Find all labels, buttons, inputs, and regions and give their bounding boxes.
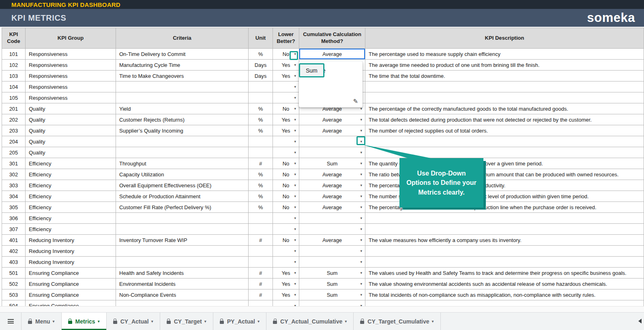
dropdown-arrow-icon[interactable]: ▾ (294, 227, 296, 231)
cell-criteria[interactable]: Capacity Utilization (116, 169, 249, 180)
cell-unit[interactable] (249, 257, 273, 268)
cell-kpi-group[interactable]: Efficiency (26, 158, 116, 169)
cell-unit[interactable] (249, 81, 273, 92)
cell-kpi-code[interactable]: 102 (2, 60, 26, 71)
cell-kpi-description[interactable] (365, 81, 644, 92)
cell-kpi-group[interactable]: Efficiency (26, 202, 116, 213)
cell-lower-better[interactable]: Yes▾ (273, 268, 299, 279)
cell-unit[interactable]: % (249, 202, 273, 213)
horizontal-scrollbar[interactable] (0, 306, 644, 312)
cell-lower-better[interactable]: ▾ (273, 92, 299, 103)
cell-unit[interactable]: Days (249, 71, 273, 81)
column-header-criteria[interactable]: Criteria (116, 28, 249, 49)
cell-lower-better[interactable]: ▾ (273, 147, 299, 158)
dropdown-arrow-icon[interactable]: ▾ (294, 216, 296, 220)
dropdown-arrow-icon[interactable]: ▾ (294, 162, 296, 165)
cell-cumulative-method[interactable]: Average▾ (299, 180, 365, 191)
cell-unit[interactable] (249, 224, 273, 235)
cell-kpi-code[interactable]: 504 (2, 300, 26, 306)
tab-scroll-left-icon[interactable] (638, 319, 642, 324)
sheet-tab-cy-actual-cumulative[interactable]: CY_Actual_Cumulative▾ (266, 313, 354, 330)
cell-kpi-code[interactable]: 503 (2, 289, 26, 300)
cell-criteria[interactable] (116, 246, 249, 257)
dropdown-arrow-icon[interactable]: ▾ (360, 173, 362, 176)
cell-criteria[interactable] (116, 213, 249, 224)
cell-lower-better[interactable]: Yes▾ (273, 114, 299, 125)
cell-kpi-group[interactable]: Ensuring Compliance (26, 268, 116, 279)
dropdown-arrow-icon[interactable]: ▾ (294, 140, 296, 144)
cell-cumulative-method[interactable]: Average▾ (299, 191, 365, 202)
column-header-lower-better[interactable]: Lower Better? (273, 28, 299, 49)
sheet-tab-cy-actual[interactable]: CY_Actual▾ (107, 313, 160, 330)
dropdown-arrow-icon[interactable]: ▾ (294, 63, 296, 67)
cell-kpi-description[interactable]: The number of rejected supplies out of t… (365, 125, 644, 136)
cell-cumulative-method[interactable]: ▾ (299, 213, 365, 224)
cell-kpi-group[interactable]: Efficiency (26, 180, 116, 191)
cell-cumulative-method[interactable]: ▾ (299, 246, 365, 257)
cell-criteria[interactable]: Inventory Turnover Rate WIP (116, 235, 249, 246)
cell-unit[interactable]: # (249, 289, 273, 300)
cell-kpi-group[interactable]: Reducing Inventory (26, 257, 116, 268)
cell-unit[interactable]: % (249, 180, 273, 191)
column-header-kpi-code[interactable]: KPI Code (2, 28, 26, 49)
cell-kpi-code[interactable]: 305 (2, 202, 26, 213)
cell-cumulative-method[interactable]: Sum▾ (299, 289, 365, 300)
cell-kpi-description[interactable] (365, 213, 644, 224)
cell-unit[interactable]: # (249, 268, 273, 279)
column-header-kpi-description[interactable]: KPI Description (365, 28, 644, 49)
all-sheets-button[interactable] (0, 313, 21, 330)
cell-lower-better[interactable]: ▾ (273, 136, 299, 147)
cell-kpi-description[interactable] (365, 224, 644, 235)
dropdown-arrow-icon[interactable]: ▾ (294, 271, 296, 275)
column-header-kpi-group[interactable]: KPI Group (26, 28, 116, 49)
chevron-down-icon[interactable]: ▾ (151, 319, 153, 324)
dropdown-arrow-icon[interactable]: ▾ (360, 260, 362, 264)
cell-unit[interactable]: % (249, 103, 273, 114)
cell-kpi-code[interactable]: 103 (2, 71, 26, 81)
cell-criteria[interactable]: Non-Compliance Events (116, 289, 249, 300)
cell-kpi-code[interactable]: 402 (2, 246, 26, 257)
cell-kpi-group[interactable]: Efficiency (26, 224, 116, 235)
sheet-tab-menu[interactable]: Menu▾ (21, 313, 62, 330)
dropdown-arrow-icon[interactable]: ▾ (360, 227, 362, 231)
cell-criteria[interactable]: Overall Equipment Effectiveness (OEE) (116, 180, 249, 191)
dropdown-arrow-icon[interactable]: ▾ (294, 74, 296, 78)
cell-lower-better[interactable]: No▾ (273, 235, 299, 246)
dropdown-arrow-icon[interactable]: ▾ (360, 184, 362, 187)
cell-criteria[interactable] (116, 81, 249, 92)
cell-lower-better[interactable]: ▾ (273, 257, 299, 268)
cell-criteria[interactable]: Time to Make Changeovers (116, 71, 249, 81)
cell-cumulative-method[interactable]: Average▾ (299, 202, 365, 213)
dropdown-arrow-icon[interactable]: ▾ (294, 96, 296, 100)
dropdown-arrow-icon[interactable]: ▾ (294, 129, 296, 133)
cell-lower-better[interactable]: ▾ (273, 224, 299, 235)
dropdown-arrow-icon[interactable]: ▾ (294, 173, 296, 176)
cell-unit[interactable] (249, 300, 273, 306)
cell-unit[interactable]: % (249, 191, 273, 202)
cell-lower-better[interactable]: No▾ (273, 103, 299, 114)
cell-criteria[interactable]: Manufacturing Cycle Time (116, 60, 249, 71)
cell-lower-better[interactable]: ▾ (273, 213, 299, 224)
cell-kpi-description[interactable]: The value showing environmental accident… (365, 279, 644, 289)
cell-kpi-description[interactable] (365, 257, 644, 268)
cell-kpi-description[interactable] (365, 92, 644, 103)
cell-kpi-description[interactable]: The total defects detected during produc… (365, 114, 644, 125)
cell-kpi-description[interactable] (365, 300, 644, 306)
dropdown-arrow-icon[interactable]: ▾ (360, 216, 362, 220)
cell-unit[interactable]: Days (249, 60, 273, 71)
column-header-unit[interactable]: Unit (249, 28, 273, 49)
dropdown-arrow-icon[interactable]: ▾ (294, 151, 296, 154)
cell-lower-better[interactable]: No▾ (273, 158, 299, 169)
cell-lower-better[interactable]: Yes▾ (273, 60, 299, 71)
sheet-tab-cy-target-cumulative[interactable]: CY_Target_Cumulative▾ (354, 313, 440, 330)
cell-kpi-code[interactable]: 303 (2, 180, 26, 191)
dropdown-arrow-icon[interactable]: ▾ (360, 282, 362, 286)
chevron-down-icon[interactable]: ▾ (98, 319, 100, 324)
cell-kpi-group[interactable]: Quality (26, 103, 116, 114)
cell-kpi-code[interactable]: 104 (2, 81, 26, 92)
cell-kpi-description[interactable]: The percentage of the correctly manufact… (365, 103, 644, 114)
cell-kpi-code[interactable]: 307 (2, 224, 26, 235)
cell-kpi-group[interactable]: Ensuring Compliance (26, 289, 116, 300)
cell-lower-better[interactable]: No▾ (273, 202, 299, 213)
cell-criteria[interactable] (116, 224, 249, 235)
